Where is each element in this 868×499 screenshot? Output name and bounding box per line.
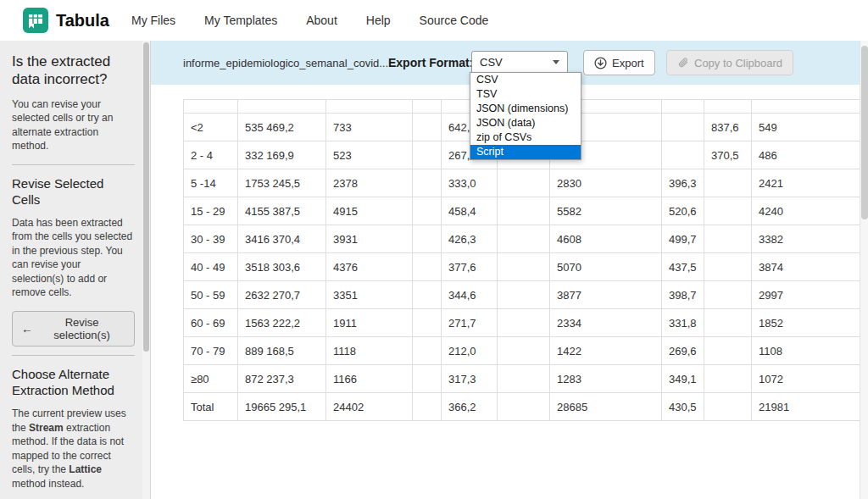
table-cell: 398,7 <box>662 281 704 309</box>
table-cell: 1852 <box>752 309 862 337</box>
sidebar-scrollbar[interactable] <box>142 41 150 499</box>
table-cell: 333,0 <box>442 169 498 197</box>
table-cell: 70 - 79 <box>184 337 238 365</box>
table-cell <box>413 309 442 337</box>
table-row: ≥80872 237,31166317,31283349,11072 <box>184 365 862 393</box>
menu-item-my-templates[interactable]: My Templates <box>204 14 277 27</box>
table-cell: 5070 <box>550 253 662 281</box>
table-cell <box>704 253 752 281</box>
main-menu: My Files My Templates About Help Source … <box>131 14 488 27</box>
export-format-label: Export Format: <box>388 56 473 69</box>
table-cell <box>413 365 442 393</box>
menu-item-about[interactable]: About <box>306 14 337 27</box>
menu-item-my-files[interactable]: My Files <box>131 14 175 27</box>
dropdown-option-tsv[interactable]: TSV <box>470 87 581 102</box>
table-row: 15 - 294155 387,54915458,45582520,64240 <box>184 197 862 225</box>
dropdown-option-json-data[interactable]: JSON (data) <box>470 116 581 130</box>
paperclip-icon <box>677 57 689 69</box>
table-row: 30 - 393416 370,43931426,34608499,73382 <box>184 225 862 253</box>
dropdown-option-zip-of-csvs[interactable]: zip of CSVs <box>470 130 581 145</box>
table-cell <box>662 100 704 114</box>
table-cell: 872 237,3 <box>238 365 326 393</box>
sidebar-question-heading: Is the extracted data incorrect? <box>12 53 135 89</box>
table-cell: 2830 <box>550 169 662 197</box>
table-cell: 1108 <box>752 337 862 365</box>
export-button[interactable]: Export <box>583 50 655 75</box>
revise-selection-label: Revise selection(s) <box>38 316 125 341</box>
page-scrollbar-thumb[interactable] <box>861 46 868 219</box>
table-cell <box>413 197 442 225</box>
table-cell: 3382 <box>752 225 862 253</box>
table-cell: 486 <box>752 141 862 169</box>
table-row: 50 - 592632 270,73351344,63877398,72997 <box>184 281 862 309</box>
table-cell: 269,6 <box>662 337 704 365</box>
table-cell <box>326 100 413 114</box>
dropdown-option-csv[interactable]: CSV <box>470 73 581 87</box>
arrow-left-icon: ← <box>21 323 33 335</box>
table-cell <box>498 169 550 197</box>
table-cell <box>238 100 326 114</box>
dropdown-option-script[interactable]: Script <box>470 145 581 159</box>
table-cell: 349,1 <box>662 365 704 393</box>
table-cell: 332 169,9 <box>238 141 326 169</box>
table-cell: 2421 <box>752 169 862 197</box>
table-cell <box>413 114 442 141</box>
sidebar-divider <box>12 164 135 165</box>
copy-to-clipboard-button[interactable]: Copy to Clipboard <box>666 50 793 75</box>
table-cell: 1072 <box>752 365 862 393</box>
revise-selection-button[interactable]: ← Revise selection(s) <box>12 311 135 347</box>
table-cell: 2334 <box>550 309 662 337</box>
sidebar-question-text: You can revise your selected cells or tr… <box>12 97 135 153</box>
table-cell: 2997 <box>752 281 862 309</box>
table-cell: 30 - 39 <box>184 225 238 253</box>
revise-cells-text: Data has been extracted from the cells y… <box>12 216 135 300</box>
menu-item-source-code[interactable]: Source Code <box>420 14 489 27</box>
table-cell: 3874 <box>752 253 862 281</box>
table-row: 70 - 79889 168,51118212,01422269,61108 <box>184 337 862 365</box>
table-cell <box>413 393 442 421</box>
table-cell: 317,3 <box>442 365 498 393</box>
tabula-logo-icon <box>23 8 48 33</box>
table-cell: 396,3 <box>662 169 704 197</box>
table-cell: 1283 <box>550 365 662 393</box>
table-cell <box>413 100 442 114</box>
table-cell: 21981 <box>752 393 862 421</box>
menu-item-help[interactable]: Help <box>366 14 391 27</box>
table-cell: ≥80 <box>184 365 238 393</box>
table-cell <box>413 281 442 309</box>
table-cell <box>498 309 550 337</box>
sidebar-scrollbar-thumb[interactable] <box>143 42 149 352</box>
document-filename: informe_epidemiologico_semanal_covid.... <box>183 57 392 69</box>
table-cell <box>704 225 752 253</box>
table-cell: 1563 222,2 <box>238 309 326 337</box>
table-cell: 271,7 <box>442 309 498 337</box>
table-cell: 377,6 <box>442 253 498 281</box>
table-cell: 3416 370,4 <box>238 225 326 253</box>
format-select[interactable]: CSV <box>471 51 568 74</box>
alternate-method-heading: Choose Alternate Extraction Method <box>12 366 135 399</box>
table-cell: 331,8 <box>662 309 704 337</box>
table-cell <box>704 100 752 114</box>
table-cell: 344,6 <box>442 281 498 309</box>
table-cell: 549 <box>752 114 862 141</box>
export-button-label: Export <box>612 57 644 69</box>
dropdown-option-json-dimensions[interactable]: JSON (dimensions) <box>470 102 581 116</box>
chevron-down-icon <box>553 60 559 64</box>
table-cell <box>413 337 442 365</box>
copy-button-label: Copy to Clipboard <box>694 57 782 69</box>
table-cell <box>704 337 752 365</box>
table-cell: 1911 <box>326 309 413 337</box>
page-scrollbar[interactable] <box>860 41 868 499</box>
table-cell: 2632 270,7 <box>238 281 326 309</box>
table-cell: 19665 295,1 <box>238 393 326 421</box>
sidebar: Is the extracted data incorrect? You can… <box>0 41 151 499</box>
table-cell: 370,5 <box>704 141 752 169</box>
table-cell: 3931 <box>326 225 413 253</box>
format-dropdown: CSV TSV JSON (dimensions) JSON (data) zi… <box>470 72 581 160</box>
table-cell <box>662 141 704 169</box>
table-cell <box>498 281 550 309</box>
table-row: 40 - 493518 303,64376377,65070437,53874 <box>184 253 862 281</box>
table-cell: 1422 <box>550 337 662 365</box>
table-cell <box>704 169 752 197</box>
table-cell: 3351 <box>326 281 413 309</box>
